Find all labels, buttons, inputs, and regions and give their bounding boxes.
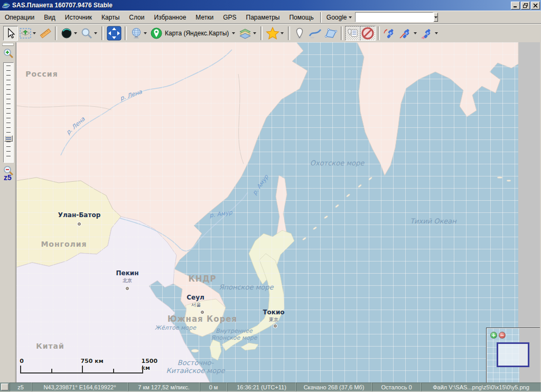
menu-bar: Операции Вид Источник Карты Слои Избранн…: [0, 11, 541, 23]
tile-selection-icon: [19, 27, 32, 40]
scale-bar-line: [20, 366, 143, 374]
active-map-button[interactable]: Карта (Яндекс.Карты): [149, 26, 237, 41]
status-downloaded: Скачано 268 (37,6 Мб): [296, 382, 372, 391]
zoom-slider[interactable]: [3, 62, 14, 163]
ruler-icon: [39, 27, 52, 40]
city-dot-tokyo: [274, 324, 277, 328]
zoom-slider-handle[interactable]: [4, 135, 13, 142]
globe-view-button[interactable]: [59, 26, 79, 41]
map-label-mongolia: Монголия: [41, 240, 87, 248]
minimap-view-rectangle[interactable]: [497, 342, 529, 367]
chevron-down-icon: [144, 32, 147, 36]
city-native-tokyo: 東京: [269, 316, 278, 323]
gps-satellite-signal-icon: [383, 26, 397, 40]
gps-connect-button[interactable]: [382, 26, 398, 41]
menu-settings[interactable]: Параметры: [241, 12, 285, 23]
search-combobox[interactable]: [355, 12, 433, 22]
island-jeju: [191, 349, 199, 352]
menu-favorites[interactable]: Избранное: [149, 12, 191, 23]
add-polygon-button[interactable]: [323, 26, 339, 41]
city-label-seoul: Сеул: [186, 294, 204, 301]
placemark-icon: [293, 27, 306, 40]
toolbar-separator: [378, 26, 380, 40]
map-source-button[interactable]: [129, 26, 149, 41]
menu-help[interactable]: Помощь: [284, 12, 318, 23]
forbidden-icon: [361, 26, 375, 40]
map-label-inland-sea: Внутреннее Японское море: [211, 328, 257, 341]
chevron-down-icon: [253, 32, 256, 36]
gps-track-button[interactable]: [398, 26, 419, 41]
zoom-in-icon[interactable]: [3, 48, 14, 59]
city-label-beijing: Пекин: [116, 269, 138, 277]
gps-position-button[interactable]: [419, 26, 440, 41]
menu-maps[interactable]: Карты: [97, 12, 124, 23]
app-window: SAS.Планета 160707.9476 Stable Операции …: [0, 0, 541, 392]
placemark-manager-button[interactable]: [345, 26, 360, 41]
restore-button[interactable]: [521, 2, 530, 10]
minimap-zoom-out-button[interactable]: −: [499, 332, 506, 339]
minimize-button[interactable]: [511, 2, 520, 10]
add-path-button[interactable]: [307, 26, 323, 41]
map-viewport[interactable]: Россия р. Лена р. Лена Охотское море р. …: [16, 42, 540, 382]
polygon-icon: [324, 27, 338, 40]
scale-zero-label: 0: [20, 358, 24, 365]
ruler-button[interactable]: [38, 26, 53, 41]
toolbar-separator: [125, 26, 127, 40]
menu-operations[interactable]: Операции: [0, 12, 39, 23]
pan-tool-button[interactable]: [3, 26, 18, 41]
layers-button[interactable]: [237, 26, 258, 41]
city-native-beijing: 北京: [123, 277, 132, 284]
city-label-tokyo: Токио: [263, 309, 284, 316]
chevron-down-icon: [414, 32, 417, 36]
add-placemark-button[interactable]: [292, 26, 307, 41]
chevron-down-icon: [74, 32, 77, 36]
menu-layers[interactable]: Слои: [124, 12, 149, 23]
star-icon: [266, 26, 279, 40]
status-coordinates: N43,239871° E164,619922°: [32, 382, 128, 391]
map-label-okhotsk-sea: Охотское море: [310, 159, 365, 167]
hide-placemarks-button[interactable]: [360, 26, 376, 41]
city-dot-seoul: [201, 311, 204, 314]
map-label-pacific-ocean: Тихий Океан: [410, 217, 456, 225]
status-grip: [1, 384, 8, 390]
menu-placemarks[interactable]: Метки: [191, 12, 218, 23]
zoom-bar-cap: [2, 43, 14, 46]
toolbar-separator: [101, 26, 104, 40]
city-native-seoul: 서울: [191, 302, 201, 309]
close-button[interactable]: [531, 2, 540, 10]
menu-view[interactable]: Вид: [39, 12, 60, 23]
layers-icon: [238, 27, 252, 40]
main-area: z5: [0, 42, 541, 382]
fullscreen-button[interactable]: [106, 26, 123, 41]
dark-globe-icon: [60, 27, 73, 40]
selection-manager-button[interactable]: [18, 26, 38, 41]
minimap-zoom-in-button[interactable]: +: [490, 332, 497, 339]
scale-bar: 0 750 км 1500 км: [20, 358, 179, 377]
placemark-list-icon: [346, 27, 359, 40]
status-elevation: 0 м: [200, 382, 227, 391]
menu-gps[interactable]: GPS: [218, 12, 241, 23]
chevron-down-icon: [435, 32, 438, 36]
menu-separator: [320, 12, 322, 23]
status-file-path: Файл V:\SAS...png\z5\0\x15\0\y5.png: [421, 382, 541, 391]
toolbar-separator: [260, 26, 263, 40]
title-bar: SAS.Планета 160707.9476 Stable: [0, 0, 541, 11]
search-input[interactable]: [356, 13, 434, 22]
map-label-north-korea: КНДР: [188, 274, 216, 284]
toolbar-separator: [341, 26, 343, 40]
menu-source[interactable]: Источник: [60, 12, 97, 23]
app-icon: [2, 2, 10, 10]
search-dropdown-button[interactable]: [434, 13, 438, 22]
cursor-arrow-icon: [5, 27, 16, 39]
favorites-button[interactable]: [265, 26, 286, 41]
zoom-tool-button[interactable]: [79, 26, 99, 41]
toolbar-separator: [288, 26, 290, 40]
chevron-down-icon: [281, 32, 284, 36]
minimap-panel[interactable]: + −: [486, 328, 540, 382]
google-search-selector[interactable]: Google: [323, 14, 355, 21]
chevron-down-icon: [33, 32, 36, 36]
map-label-china: Китай: [36, 342, 64, 350]
map-label-yellow-sea: Жёлтое море: [155, 324, 196, 331]
toolbar: Карта (Яндекс.Карты): [0, 23, 541, 42]
city-dot-ulaanbaatar: [78, 222, 81, 226]
